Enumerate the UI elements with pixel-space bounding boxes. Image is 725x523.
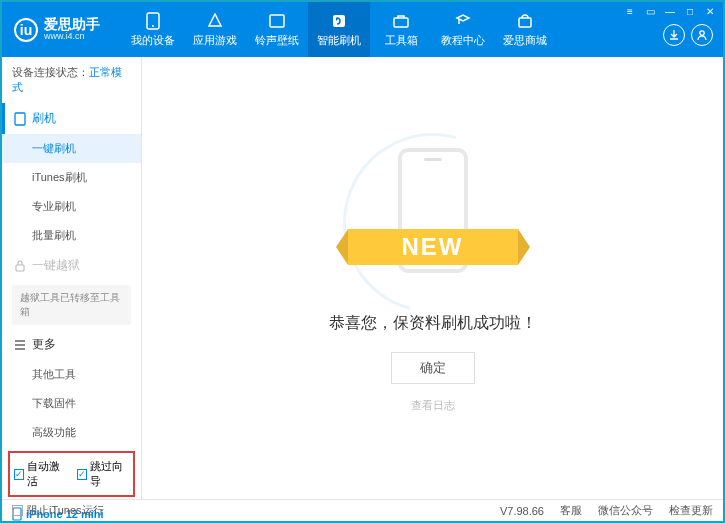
svg-rect-4	[394, 18, 408, 27]
sidebar-item-oneclick-flash[interactable]: 一键刷机	[2, 134, 141, 163]
svg-rect-7	[15, 113, 25, 125]
check-update-link[interactable]: 检查更新	[669, 503, 713, 518]
nav-smart-flash[interactable]: 智能刷机	[308, 2, 370, 57]
tutorial-icon	[454, 12, 472, 30]
phone-icon	[14, 112, 26, 126]
nav-label: 铃声壁纸	[255, 33, 299, 48]
nav-tutorials[interactable]: 教程中心	[432, 2, 494, 57]
flash-icon	[330, 12, 348, 30]
store-icon	[516, 12, 534, 30]
check-icon: ✓	[14, 469, 24, 480]
success-message: 恭喜您，保资料刷机成功啦！	[329, 313, 537, 334]
ok-button[interactable]: 确定	[391, 352, 475, 384]
skin-icon[interactable]: ▭	[641, 4, 659, 18]
sidebar-item-download-firmware[interactable]: 下载固件	[2, 389, 141, 418]
chk-label: 跳过向导	[90, 459, 129, 489]
sidebar-item-advanced[interactable]: 高级功能	[2, 418, 141, 447]
conn-label: 设备连接状态：	[12, 66, 89, 78]
sidebar-item-batch-flash[interactable]: 批量刷机	[2, 221, 141, 250]
list-icon	[14, 339, 26, 351]
svg-point-6	[700, 31, 704, 35]
window-controls: ≡ ▭ — □ ✕	[621, 4, 719, 18]
checkbox-auto-activate[interactable]: ✓ 自动激活	[14, 459, 67, 489]
nav-apps-games[interactable]: 应用游戏	[184, 2, 246, 57]
close-icon[interactable]: ✕	[701, 4, 719, 18]
svg-rect-2	[270, 15, 284, 27]
main-content: NEW 恭喜您，保资料刷机成功啦！ 确定 查看日志	[142, 57, 723, 499]
nav-label: 智能刷机	[317, 33, 361, 48]
section-label: 一键越狱	[32, 257, 80, 274]
toolbox-icon	[392, 12, 410, 30]
svg-rect-5	[519, 18, 531, 27]
connection-status: 设备连接状态：正常模式	[2, 57, 141, 103]
sidebar-section-jailbreak[interactable]: 一键越狱	[2, 250, 141, 281]
check-icon: ✓	[77, 469, 87, 480]
svg-point-1	[152, 25, 154, 27]
user-button[interactable]	[691, 24, 713, 46]
sidebar-item-itunes-flash[interactable]: iTunes刷机	[2, 163, 141, 192]
sidebar: 设备连接状态：正常模式 刷机 一键刷机 iTunes刷机 专业刷机 批量刷机 一…	[2, 57, 142, 499]
customer-service-link[interactable]: 客服	[560, 503, 582, 518]
checkbox-block-itunes[interactable]: 阻止iTunes运行	[12, 503, 104, 518]
wallpaper-icon	[268, 12, 286, 30]
wechat-link[interactable]: 微信公众号	[598, 503, 653, 518]
nav-my-device[interactable]: 我的设备	[122, 2, 184, 57]
nav-toolbox[interactable]: 工具箱	[370, 2, 432, 57]
view-log-link[interactable]: 查看日志	[411, 398, 455, 413]
nav-label: 爱思商城	[503, 33, 547, 48]
checkbox-skip-wizard[interactable]: ✓ 跳过向导	[77, 459, 130, 489]
minimize-icon[interactable]: —	[661, 4, 679, 18]
phone-icon	[144, 12, 162, 30]
checkbox-icon	[12, 505, 23, 516]
lock-icon	[14, 260, 26, 272]
section-label: 更多	[32, 336, 56, 353]
section-label: 刷机	[32, 110, 56, 127]
svg-rect-8	[16, 265, 24, 271]
logo: iu 爱思助手 www.i4.cn	[2, 17, 122, 42]
success-illustration: NEW	[333, 143, 533, 293]
nav-label: 教程中心	[441, 33, 485, 48]
app-title: 爱思助手	[44, 17, 100, 32]
download-button[interactable]	[663, 24, 685, 46]
logo-icon: iu	[14, 18, 38, 42]
nav-label: 我的设备	[131, 33, 175, 48]
sidebar-item-pro-flash[interactable]: 专业刷机	[2, 192, 141, 221]
chk-label: 阻止iTunes运行	[27, 503, 104, 518]
svg-rect-3	[333, 15, 345, 27]
nav-ringtones[interactable]: 铃声壁纸	[246, 2, 308, 57]
nav-label: 应用游戏	[193, 33, 237, 48]
new-banner: NEW	[348, 229, 518, 265]
chk-label: 自动激活	[27, 459, 66, 489]
nav-label: 工具箱	[385, 33, 418, 48]
version-label: V7.98.66	[500, 505, 544, 517]
app-url: www.i4.cn	[44, 32, 100, 42]
nav-store[interactable]: 爱思商城	[494, 2, 556, 57]
menu-icon[interactable]: ≡	[621, 4, 639, 18]
sidebar-section-flash[interactable]: 刷机	[2, 103, 141, 134]
app-header: iu 爱思助手 www.i4.cn 我的设备 应用游戏 铃声壁纸 智能刷机 工具…	[2, 2, 723, 57]
sidebar-section-more[interactable]: 更多	[2, 329, 141, 360]
user-controls	[663, 24, 713, 46]
flash-options-box: ✓ 自动激活 ✓ 跳过向导	[8, 451, 135, 497]
maximize-icon[interactable]: □	[681, 4, 699, 18]
jailbreak-note: 越狱工具已转移至工具箱	[12, 285, 131, 325]
sidebar-item-other-tools[interactable]: 其他工具	[2, 360, 141, 389]
apps-icon	[206, 12, 224, 30]
